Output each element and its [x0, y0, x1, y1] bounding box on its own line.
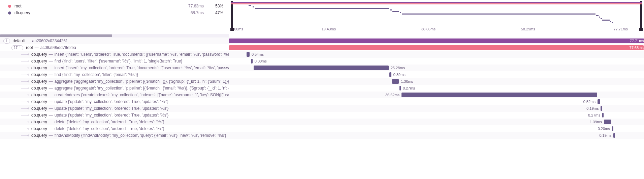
- tree-connector-icon: [20, 98, 31, 105]
- span-row[interactable]: db.query—update {'update': 'my_collectio…: [0, 112, 644, 119]
- span-row-left[interactable]: db.query—insert {'insert': 'my_collectio…: [0, 65, 229, 71]
- span-row[interactable]: db.query—update {'update': 'my_collectio…: [0, 105, 644, 112]
- tree-connector-icon: [20, 78, 31, 85]
- span-row[interactable]: db.query—insert {'insert': 'my_collectio…: [0, 65, 644, 71]
- span-bar[interactable]: [601, 106, 602, 111]
- child-count-pill[interactable]: 17⌃: [11, 45, 23, 50]
- span-bar[interactable]: [392, 79, 399, 84]
- legend-dot-root-icon: [8, 5, 11, 8]
- span-row[interactable]: db.query—delete {'delete': 'my_collectio…: [0, 125, 644, 132]
- span-row[interactable]: db.query—find {'find': 'my_collection', …: [0, 71, 644, 78]
- span-bar[interactable]: [247, 52, 250, 57]
- span-duration-label: 36.62ms: [385, 93, 401, 97]
- span-duration-label: 0.19ms: [599, 133, 613, 138]
- span-bar[interactable]: [612, 126, 613, 131]
- span-row-right[interactable]: 77.63ms: [229, 44, 644, 51]
- span-row-left[interactable]: db.query—delete {'delete': 'my_collectio…: [0, 119, 229, 125]
- dash-separator: —: [49, 133, 53, 138]
- legend-dot-dbquery-icon: [8, 11, 11, 15]
- span-duration-label: 1.30ms: [399, 79, 413, 84]
- span-row-left[interactable]: 17⌃root—ac08a995dd79e2ea: [0, 44, 229, 51]
- span-op: db.query: [31, 86, 47, 91]
- dash-separator: —: [27, 39, 31, 43]
- hscroll-thumb[interactable]: [0, 34, 112, 37]
- legend-row-root[interactable]: root 77.63ms 53%: [8, 3, 223, 9]
- span-row-left[interactable]: db.query—aggregate {'aggregate': 'my_col…: [0, 78, 229, 85]
- span-row-left[interactable]: db.query—update {'update': 'my_collectio…: [0, 98, 229, 105]
- span-desc: update {'update': 'my_collection', 'orde…: [55, 106, 168, 111]
- span-row-right[interactable]: 0.20ms: [229, 125, 644, 132]
- child-count-pill[interactable]: 1: [3, 39, 10, 44]
- span-row-left[interactable]: db.query—find {'find': 'users', 'filter'…: [0, 58, 229, 65]
- child-count: 17: [14, 46, 18, 50]
- span-row-right[interactable]: 0.19ms: [229, 105, 644, 112]
- span-row[interactable]: db.query—findAndModify {'findAndModify':…: [0, 132, 644, 139]
- tree-connector-icon: [20, 105, 31, 112]
- span-row-right[interactable]: 0.19ms: [229, 132, 644, 139]
- span-row[interactable]: db.query—delete {'delete': 'my_collectio…: [0, 119, 644, 125]
- span-bar[interactable]: [602, 113, 604, 118]
- tree-connector-icon: [20, 92, 31, 98]
- span-row-left[interactable]: db.query—find {'find': 'my_collection', …: [0, 71, 229, 78]
- tree-connector-icon: [20, 85, 31, 92]
- span-row[interactable]: db.query—createIndexes {'createIndexes':…: [0, 92, 644, 98]
- dash-separator: —: [49, 79, 53, 84]
- span-desc: delete {'delete': 'my_collection', 'orde…: [55, 120, 164, 124]
- span-op: db.query: [31, 59, 47, 63]
- dash-separator: —: [49, 52, 53, 57]
- span-row-right[interactable]: 25.28ms: [229, 65, 644, 71]
- span-op: db.query: [31, 52, 47, 57]
- span-desc: ab20602c0234426f: [32, 39, 67, 43]
- span-row[interactable]: 1default—ab20602c0234426f77.71ms: [0, 37, 644, 44]
- span-row[interactable]: db.query—insert {'insert': 'users', 'ord…: [0, 51, 644, 58]
- child-count: 1: [6, 39, 8, 43]
- span-row-left[interactable]: db.query—aggregate {'aggregate': 'my_col…: [0, 85, 229, 92]
- span-op: db.query: [31, 66, 47, 70]
- span-bar[interactable]: [604, 120, 611, 124]
- span-row[interactable]: db.query—aggregate {'aggregate': 'my_col…: [0, 85, 644, 92]
- span-row-left[interactable]: db.query—createIndexes {'createIndexes':…: [0, 92, 229, 98]
- span-duration-label: 0.30ms: [253, 59, 267, 63]
- span-bar[interactable]: [613, 133, 615, 138]
- minimap-handle-right[interactable]: [640, 1, 642, 31]
- span-row[interactable]: db.query—update {'update': 'my_collectio…: [0, 98, 644, 105]
- span-row-right[interactable]: 0.27ms: [229, 112, 644, 119]
- span-desc: find {'find': 'users', 'filter': {'usern…: [55, 59, 183, 63]
- span-row-right[interactable]: 1.39ms: [229, 119, 644, 125]
- span-row-left[interactable]: db.query—update {'update': 'my_collectio…: [0, 112, 229, 119]
- legend-pct: 53%: [204, 4, 223, 8]
- span-row-right[interactable]: 77.71ms: [229, 37, 644, 44]
- span-bar[interactable]: [598, 99, 600, 104]
- minimap-pane[interactable]: 0.00ms 19.43ms 38.86ms 58.29ms 77.71ms: [229, 0, 644, 34]
- span-row-right[interactable]: 0.39ms: [229, 71, 644, 78]
- dash-separator: —: [49, 99, 53, 104]
- dash-separator: —: [49, 93, 53, 97]
- span-desc: insert {'insert': 'users', 'ordered': Tr…: [55, 52, 229, 57]
- span-row-right[interactable]: 1.30ms: [229, 78, 644, 85]
- span-row[interactable]: 17⌃root—ac08a995dd79e2ea77.63ms: [0, 44, 644, 51]
- tree-connector-icon: [20, 51, 31, 58]
- span-row-left[interactable]: db.query—insert {'insert': 'users', 'ord…: [0, 51, 229, 58]
- span-desc: aggregate {'aggregate': 'my_collection',…: [55, 79, 229, 84]
- span-row-right[interactable]: 0.30ms: [229, 58, 644, 65]
- minimap-handle-left[interactable]: [231, 1, 233, 31]
- span-row[interactable]: db.query—aggregate {'aggregate': 'my_col…: [0, 78, 644, 85]
- axis-tick: 77.71ms: [614, 27, 628, 31]
- legend-row-dbquery[interactable]: db.query 68.7ms 47%: [8, 9, 223, 16]
- span-row-right[interactable]: 0.52ms: [229, 98, 644, 105]
- span-row-right[interactable]: 36.62ms: [229, 92, 644, 98]
- span-bar[interactable]: [401, 93, 597, 97]
- span-op: db.query: [31, 120, 47, 124]
- span-bar[interactable]: [254, 66, 389, 70]
- span-op: db.query: [31, 126, 47, 131]
- span-row-left[interactable]: db.query—update {'update': 'my_collectio…: [0, 105, 229, 112]
- span-row-right[interactable]: 0.54ms: [229, 51, 644, 58]
- span-row[interactable]: db.query—find {'find': 'users', 'filter'…: [0, 58, 644, 65]
- span-row-right[interactable]: 0.27ms: [229, 85, 644, 92]
- axis-tick: 38.86ms: [421, 27, 436, 31]
- minimap[interactable]: [231, 1, 642, 25]
- span-row-left[interactable]: db.query—delete {'delete': 'my_collectio…: [0, 125, 229, 132]
- left-pane-hscroll[interactable]: [0, 34, 229, 37]
- span-row-left[interactable]: 1default—ab20602c0234426f: [0, 37, 229, 44]
- span-row-left[interactable]: db.query—findAndModify {'findAndModify':…: [0, 132, 229, 139]
